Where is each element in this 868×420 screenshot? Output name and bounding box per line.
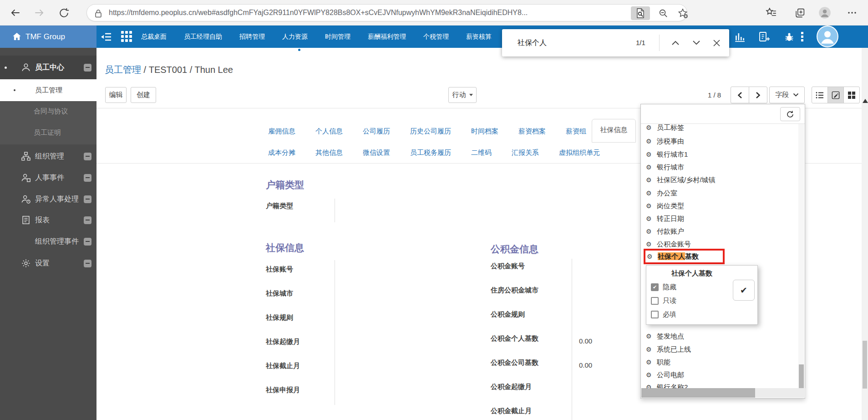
checkbox-checked-icon[interactable]: [651, 283, 659, 291]
kanban-view-icon[interactable]: [843, 87, 860, 103]
user-avatar[interactable]: [817, 26, 838, 47]
form-view-icon[interactable]: [827, 87, 844, 103]
breadcrumb-link[interactable]: 员工管理: [105, 65, 141, 75]
tab-item[interactable]: 员工税务履历: [410, 149, 451, 157]
field-item[interactable]: 办公室: [641, 187, 796, 200]
collapse-section-icon[interactable]: [84, 174, 91, 182]
option-row-required[interactable]: 必填: [651, 309, 676, 319]
field-item[interactable]: 转正日期: [641, 212, 796, 225]
export-document-icon[interactable]: [758, 31, 771, 45]
option-row-hidden[interactable]: 隐藏: [651, 282, 676, 292]
list-view-icon[interactable]: [812, 87, 828, 103]
collapse-section-icon[interactable]: [84, 216, 91, 224]
field-item[interactable]: 职能: [641, 356, 796, 369]
tab-item[interactable]: 薪资组: [566, 127, 586, 136]
field-item[interactable]: 银行城市: [641, 161, 796, 174]
apps-grid-icon[interactable]: [121, 31, 132, 42]
scrollbar-thumb[interactable]: [863, 341, 867, 389]
favorite-star-icon[interactable]: [673, 6, 692, 20]
field-item[interactable]: 社保区域/乡村/城镇: [641, 174, 796, 186]
tab-item[interactable]: 薪资档案: [518, 127, 546, 136]
nav-menu-item[interactable]: 人力资源: [282, 33, 308, 41]
sidebar-item-employee-certificate[interactable]: 员工证明: [34, 128, 61, 137]
fields-dropdown-button[interactable]: 字段: [769, 87, 805, 103]
sidebar-item-contracts[interactable]: 合同与协议: [34, 107, 68, 116]
field-item[interactable]: 签发地点: [641, 330, 796, 343]
sidebar-item-settings[interactable]: 设置: [0, 252, 96, 274]
find-previous-icon[interactable]: [667, 35, 684, 51]
nav-menu-item[interactable]: 个税管理: [423, 33, 449, 41]
collapse-section-icon[interactable]: [84, 260, 91, 267]
tab-item-active[interactable]: 社保信息: [592, 119, 636, 143]
more-options-icon[interactable]: [801, 32, 803, 41]
scrollbar-thumb[interactable]: [641, 388, 755, 398]
collapse-sidebar-icon[interactable]: [101, 31, 112, 44]
sidebar-item-org-events[interactable]: 组织管理事件: [0, 230, 96, 252]
checkbox-icon[interactable]: [651, 311, 659, 318]
tab-item[interactable]: 汇报关系: [512, 149, 539, 157]
tab-item[interactable]: 时间档案: [471, 127, 498, 136]
tab-item[interactable]: 雇佣信息: [268, 127, 295, 136]
find-next-icon[interactable]: [688, 35, 705, 51]
back-icon[interactable]: [8, 5, 23, 20]
previous-record-button[interactable]: [731, 87, 749, 103]
field-item[interactable]: 付款账户: [641, 225, 796, 238]
browser-menu-icon[interactable]: [845, 5, 859, 20]
sidebar-item-reports[interactable]: 报表: [0, 209, 96, 231]
field-item[interactable]: 公司电邮: [641, 369, 796, 381]
nav-menu-item[interactable]: 员工经理自助: [184, 33, 222, 41]
action-dropdown-button[interactable]: 行动: [448, 87, 477, 103]
confirm-check-button[interactable]: [733, 280, 755, 301]
scrollbar-thumb[interactable]: [799, 364, 804, 392]
collapse-section-icon[interactable]: [84, 238, 91, 246]
sidebar-item-hr-events[interactable]: 人事事件: [0, 167, 96, 189]
url-text[interactable]: https://tmfdemo.peoplus.cn/web#asdfghCmF…: [109, 5, 623, 21]
tab-item[interactable]: 微信设置: [363, 149, 390, 157]
favorites-hub-icon[interactable]: [764, 5, 778, 20]
nav-menu-item[interactable]: 薪酬福利管理: [368, 33, 406, 41]
field-item[interactable]: 岗位类型: [641, 200, 796, 212]
collapse-section-icon[interactable]: [84, 64, 91, 72]
next-record-button[interactable]: [749, 87, 767, 103]
option-row-readonly[interactable]: 只读: [651, 296, 676, 306]
create-button[interactable]: 创建: [131, 87, 156, 103]
checkbox-icon[interactable]: [651, 297, 659, 305]
field-item[interactable]: 系统已上线: [641, 343, 796, 356]
nav-menu-item[interactable]: 时间管理: [325, 33, 350, 41]
address-bar[interactable]: https://tmfdemo.peoplus.cn/web#asdfghCmF…: [86, 4, 687, 21]
browser-profile-avatar[interactable]: [817, 5, 832, 20]
tab-item[interactable]: 其他信息: [315, 149, 343, 157]
find-on-page-icon[interactable]: [631, 6, 650, 20]
field-item[interactable]: 涉税事由: [641, 135, 796, 148]
panel-horizontal-scrollbar[interactable]: [641, 388, 805, 398]
page-vertical-scrollbar[interactable]: [862, 48, 868, 420]
tab-item[interactable]: 公司履历: [363, 127, 390, 136]
nav-menu-item[interactable]: 总裁桌面: [141, 33, 167, 41]
collections-icon[interactable]: [792, 5, 807, 20]
nav-menu-item[interactable]: 招聘管理: [239, 33, 265, 41]
field-item[interactable]: 银行城市1: [641, 148, 796, 161]
reload-icon[interactable]: [56, 5, 71, 20]
tab-item[interactable]: 历史公司履历: [410, 127, 451, 136]
tab-item[interactable]: 二维码: [471, 149, 492, 157]
tab-item[interactable]: 虚拟组织单元: [559, 149, 600, 157]
edit-button[interactable]: 编辑: [105, 87, 127, 103]
brand-home[interactable]: TMF Group: [0, 26, 96, 48]
tab-item[interactable]: 成本分摊: [268, 149, 295, 157]
tab-item[interactable]: 个人信息: [315, 127, 343, 136]
find-input[interactable]: 社保个人: [518, 29, 547, 56]
panel-vertical-scrollbar[interactable]: [798, 124, 804, 389]
find-close-icon[interactable]: [708, 35, 725, 51]
search-hit-marker-box[interactable]: 社保个人基数: [644, 249, 725, 264]
sidebar-item-abnormal-hr[interactable]: 异常人事处理: [0, 188, 96, 210]
collapse-section-icon[interactable]: [84, 195, 91, 203]
collapse-section-icon[interactable]: [84, 153, 91, 160]
sidebar-item-employee-center[interactable]: 员工中心: [0, 56, 96, 79]
bug-icon[interactable]: [784, 31, 795, 44]
zoom-icon[interactable]: [654, 6, 673, 20]
chart-icon[interactable]: [734, 31, 746, 45]
refresh-button[interactable]: [780, 107, 800, 121]
nav-menu-item[interactable]: 薪资核算: [466, 33, 492, 41]
sidebar-item-org-management[interactable]: 组织管理: [0, 145, 96, 167]
sidebar-item-employee-management[interactable]: 员工管理: [0, 79, 96, 101]
